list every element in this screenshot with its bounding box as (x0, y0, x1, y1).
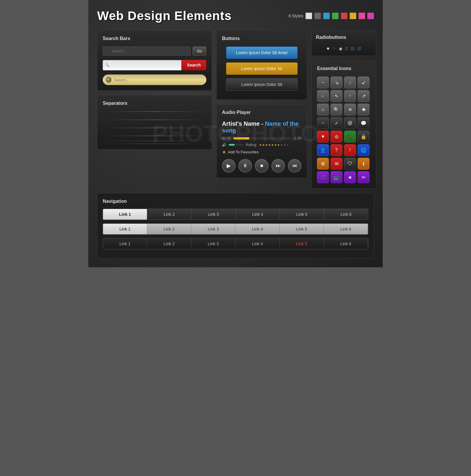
navigation-title: Navigation (103, 199, 368, 204)
styles-label: 8 Styles (288, 14, 303, 18)
icon-music[interactable]: 🎵 (317, 171, 329, 183)
button-blue[interactable]: Lorem Ipsum Dolor Sit Amet (226, 47, 298, 59)
icon-search[interactable]: 🔍 (331, 104, 342, 115)
icon-tv[interactable]: 📺 (331, 171, 342, 183)
nav-1-link-4[interactable]: Link 4 (236, 209, 280, 220)
icon-phone[interactable]: 📞 (344, 131, 356, 142)
swatch-1[interactable] (306, 13, 312, 19)
audio-player-title: Audio Player (222, 110, 301, 115)
icon-no[interactable]: ⊘ (331, 131, 342, 142)
nav-3-link-6[interactable]: Link 6 (324, 238, 368, 249)
radio-filled[interactable]: ● (326, 45, 330, 52)
icon-minus[interactable]: − (317, 117, 329, 129)
icon-globe[interactable]: 🌐 (358, 144, 369, 156)
icon-arrow-down-right[interactable]: ↘ (331, 77, 342, 88)
search-button[interactable]: Search (181, 60, 206, 70)
nav-2-link-5[interactable]: Link 5 (280, 224, 324, 234)
pause-button[interactable]: ⏸ (238, 159, 252, 173)
icon-user[interactable]: 👤 (317, 144, 329, 156)
icon-shield[interactable]: 🛡 (344, 158, 356, 170)
nav-2-link-2[interactable]: Link 2 (147, 224, 191, 234)
play-button[interactable]: ▶ (222, 159, 236, 173)
swatch-2[interactable] (314, 13, 321, 19)
nav-1-link-1[interactable]: Link 1 (103, 209, 147, 220)
icon-plus[interactable]: ✚ (358, 104, 369, 115)
square-empty[interactable]: □ (345, 46, 348, 51)
search-icon-gold: 🔍 (106, 77, 112, 83)
fav-row[interactable]: ★ Add To Favourites (222, 149, 301, 155)
next-button[interactable]: ⏭ (271, 159, 285, 173)
icon-arrow-up[interactable]: ↑ (344, 90, 356, 102)
stop-button[interactable]: ■ (255, 159, 268, 173)
time-remaining: -1:55 (293, 136, 301, 140)
swatch-7[interactable] (359, 13, 365, 19)
icon-question[interactable]: ? (331, 144, 342, 156)
nav-2-link-1[interactable]: Link 1 (103, 224, 147, 234)
prev-button[interactable]: ⏮ (288, 159, 301, 173)
icon-check[interactable]: ✓ (331, 117, 342, 129)
icon-mail[interactable]: ✉ (331, 158, 342, 170)
icon-arrow-down-left[interactable]: ↙ (358, 77, 369, 88)
icon-chat[interactable]: 💬 (358, 117, 369, 129)
search-input-2[interactable] (103, 60, 181, 70)
search-input-1[interactable] (103, 47, 191, 56)
radio-dot[interactable]: ◉ (339, 46, 342, 51)
icon-arrow-up-right[interactable]: ↗ (358, 90, 369, 102)
icon-arrow-down[interactable]: ↓ (344, 77, 356, 88)
left-column: Search Bars 🔍 Go 🔍 Search (97, 30, 212, 189)
navigation-section: Navigation Link 1 Link 2 Link 3 Link 4 L… (97, 193, 374, 258)
icon-heart[interactable]: ♥ (317, 131, 329, 142)
right-column: Radiobuttons ● ○ ◉ □ ☑ ☑ Essential Icons… (311, 30, 376, 189)
icon-pencil[interactable]: ✏ (358, 171, 369, 183)
nav-1-link-2[interactable]: Link 2 (147, 209, 191, 220)
separator-1 (103, 111, 206, 112)
volume-bar[interactable] (229, 144, 243, 146)
search-bar-3: 🔍 (103, 74, 206, 85)
search-input-3[interactable] (114, 78, 202, 82)
separator-4 (103, 136, 206, 136)
button-dark[interactable]: Lorem Ipsum Dolor Sit (226, 78, 298, 91)
nav-2-link-6[interactable]: Link 6 (324, 224, 368, 234)
icon-lock[interactable]: 🔒 (358, 131, 369, 142)
icon-arrow-left[interactable]: ← (317, 90, 329, 102)
icon-arrow-right[interactable]: → (317, 77, 329, 88)
nav-1-link-3[interactable]: Link 3 (191, 209, 236, 220)
audio-player-panel: Audio Player Artist's Name - Name of the… (216, 104, 307, 178)
nav-3-link-4[interactable]: Link 4 (236, 238, 280, 249)
nav-3-link-5[interactable]: Link 5 (280, 238, 324, 249)
radio-empty-1[interactable]: ○ (333, 45, 336, 52)
icon-gear[interactable]: ⚙ (317, 158, 329, 170)
nav-3-link-2[interactable]: Link 2 (147, 238, 191, 249)
fav-label: Add To Favourites (228, 150, 259, 154)
swatch-6[interactable] (350, 13, 356, 19)
go-button[interactable]: Go (193, 47, 206, 56)
checkbox-checked[interactable]: ☑ (351, 46, 354, 51)
progress-bar-outer[interactable] (233, 137, 291, 140)
nav-3-link-3[interactable]: Link 3 (191, 238, 236, 249)
nav-2-link-3[interactable]: Link 3 (191, 224, 236, 234)
rating-label: Rating: (246, 143, 257, 147)
icon-close[interactable]: ✕ (344, 104, 356, 115)
buttons-panel: Buttons Lorem Ipsum Dolor Sit Amet Lorem… (216, 30, 307, 100)
nav-1-link-5[interactable]: Link 5 (280, 209, 324, 220)
icon-at[interactable]: @ (344, 117, 356, 129)
swatch-5[interactable] (341, 13, 347, 19)
icon-arrow-up-left[interactable]: ↖ (331, 90, 342, 102)
volume-row: 🔊 Rating: ● ● ● ● ● ● ● ● ● (222, 143, 301, 147)
icon-home[interactable]: ⌂ (317, 104, 329, 115)
swatch-8[interactable] (367, 13, 374, 19)
icon-exclaim[interactable]: ! (344, 144, 356, 156)
button-gold[interactable]: Lorem Ipsum Dolor Sit (226, 62, 298, 75)
styles-section: 8 Styles (288, 13, 374, 19)
swatch-3[interactable] (323, 13, 330, 19)
nav-1-link-6[interactable]: Link 6 (324, 209, 368, 220)
search-input-1-wrapper: 🔍 (103, 47, 191, 56)
essential-icons-panel: Essential Icons → ↘ ↓ ↙ ← ↖ ↑ ↗ ⌂ 🔍 ✕ ✚ … (311, 60, 376, 189)
separator-3 (103, 128, 206, 128)
checkbox-checked-2[interactable]: ☑ (357, 46, 361, 51)
nav-2-link-4[interactable]: Link 4 (236, 224, 280, 234)
nav-3-link-1[interactable]: Link 1 (103, 238, 147, 249)
icon-star[interactable]: ★ (344, 171, 356, 183)
icon-info[interactable]: ℹ (358, 158, 369, 170)
swatch-4[interactable] (332, 13, 339, 19)
